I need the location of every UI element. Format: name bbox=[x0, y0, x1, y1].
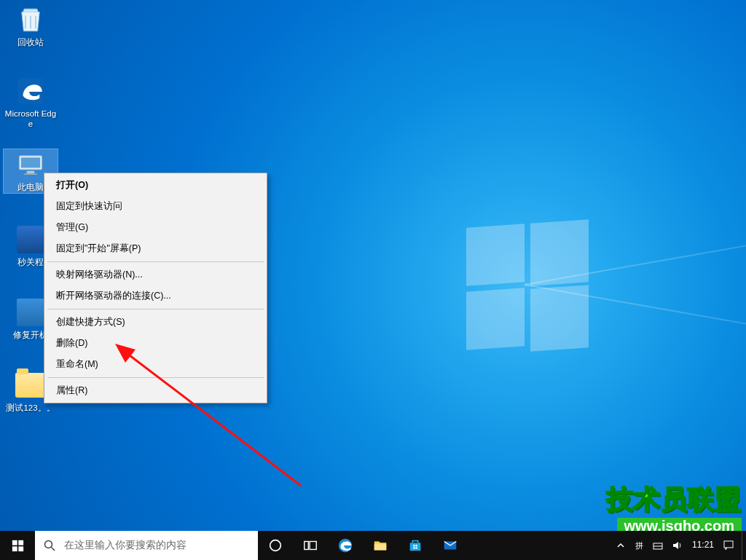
menu-disconnect-network-drive[interactable]: 断开网络驱动器的连接(C)... bbox=[46, 285, 265, 307]
svg-rect-4 bbox=[24, 173, 37, 175]
task-view-button[interactable] bbox=[293, 531, 328, 560]
system-tray: 拼 11:21 bbox=[612, 531, 742, 560]
desktop-icon-edge[interactable]: Microsoft Edge bbox=[4, 76, 58, 130]
taskbar-store[interactable] bbox=[398, 531, 433, 560]
svg-point-11 bbox=[45, 541, 52, 548]
windows-logo-wallpaper bbox=[466, 226, 590, 350]
svg-rect-7 bbox=[12, 540, 17, 545]
svg-rect-8 bbox=[18, 540, 23, 545]
taskbar: 在这里输入你要搜索的内容 拼 bbox=[0, 531, 746, 560]
folder-icon bbox=[15, 370, 46, 401]
menu-properties[interactable]: 属性(R) bbox=[46, 380, 265, 401]
svg-rect-26 bbox=[724, 541, 733, 548]
desktop-icon-recycle-bin[interactable]: 回收站 bbox=[4, 4, 58, 48]
menu-open[interactable]: 打开(O) bbox=[46, 175, 265, 196]
menu-manage[interactable]: 管理(G) bbox=[46, 217, 265, 238]
svg-rect-21 bbox=[413, 547, 415, 548]
menu-map-network-drive[interactable]: 映射网络驱动器(N)... bbox=[46, 264, 265, 285]
svg-rect-9 bbox=[12, 546, 17, 551]
separator bbox=[47, 261, 264, 262]
menu-pin-start[interactable]: 固定到"开始"屏幕(P) bbox=[46, 238, 265, 259]
menu-create-shortcut[interactable]: 创建快捷方式(S) bbox=[46, 312, 265, 333]
menu-delete[interactable]: 删除(D) bbox=[46, 333, 265, 354]
app-icon bbox=[15, 297, 46, 328]
menu-rename[interactable]: 重命名(M) bbox=[46, 354, 265, 375]
svg-rect-18 bbox=[410, 543, 421, 551]
edge-icon bbox=[15, 76, 46, 106]
tray-network-icon[interactable] bbox=[650, 531, 667, 560]
svg-rect-14 bbox=[305, 542, 309, 550]
svg-point-13 bbox=[270, 540, 281, 551]
action-center-icon[interactable] bbox=[720, 531, 737, 560]
recycle-bin-icon bbox=[15, 4, 46, 35]
svg-rect-17 bbox=[374, 544, 387, 550]
label: 测试123。。 bbox=[4, 403, 58, 414]
show-desktop-button[interactable] bbox=[742, 531, 746, 560]
taskbar-file-explorer[interactable] bbox=[363, 531, 398, 560]
svg-rect-19 bbox=[413, 545, 415, 546]
desktop[interactable]: 回收站 Microsoft Edge 此电脑 秒关程 修复开机 测试123。。 … bbox=[0, 0, 746, 560]
tray-clock[interactable]: 11:21 bbox=[688, 540, 718, 550]
separator bbox=[47, 377, 264, 378]
tray-ime-icon[interactable]: 拼 bbox=[631, 531, 648, 560]
search-placeholder: 在这里输入你要搜索的内容 bbox=[64, 539, 186, 552]
app-icon bbox=[15, 224, 46, 255]
label: Microsoft Edge bbox=[4, 109, 58, 130]
separator bbox=[47, 309, 264, 309]
tray-volume-icon[interactable] bbox=[669, 531, 686, 560]
search-box[interactable]: 在这里输入你要搜索的内容 bbox=[35, 531, 258, 560]
svg-rect-20 bbox=[415, 545, 417, 546]
svg-rect-3 bbox=[27, 171, 35, 174]
svg-line-12 bbox=[52, 548, 55, 551]
watermark-text: 技术员联盟 bbox=[607, 482, 742, 518]
context-menu: 打开(O) 固定到快速访问 管理(G) 固定到"开始"屏幕(P) 映射网络驱动器… bbox=[44, 173, 267, 403]
pc-icon bbox=[15, 149, 46, 180]
svg-rect-22 bbox=[415, 547, 417, 548]
svg-rect-2 bbox=[21, 157, 40, 167]
menu-pin-quick-access[interactable]: 固定到快速访问 bbox=[46, 196, 265, 217]
start-button[interactable] bbox=[0, 531, 35, 560]
taskbar-edge[interactable] bbox=[328, 531, 363, 560]
taskbar-mail[interactable] bbox=[433, 531, 468, 560]
label: 回收站 bbox=[4, 38, 58, 48]
cortana-button[interactable] bbox=[258, 531, 293, 560]
tray-overflow-icon[interactable] bbox=[612, 531, 629, 560]
svg-rect-10 bbox=[18, 546, 23, 551]
search-icon bbox=[35, 540, 64, 551]
svg-rect-15 bbox=[310, 542, 316, 550]
